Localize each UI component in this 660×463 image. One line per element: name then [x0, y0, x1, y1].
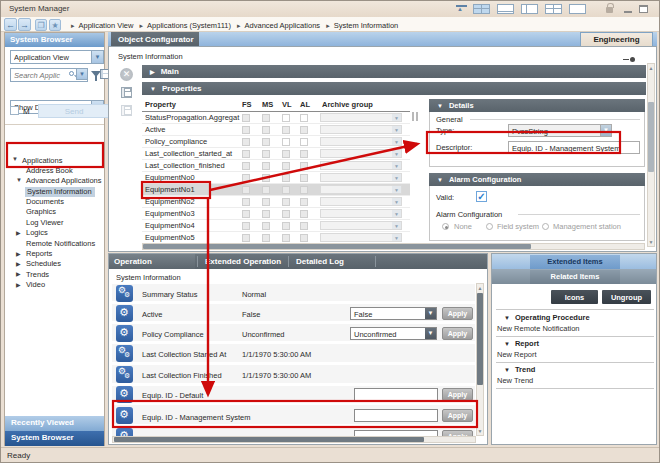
- collapse-arrow-icon[interactable]: ▼: [16, 177, 22, 183]
- vl-checkbox[interactable]: [282, 234, 290, 242]
- maximize-button[interactable]: [639, 5, 648, 13]
- apply-button[interactable]: Apply: [442, 327, 473, 340]
- property-row[interactable]: Last_collection_started_at ▼: [142, 148, 410, 160]
- ms-checkbox[interactable]: [262, 234, 270, 242]
- layout-single-icon[interactable]: [569, 4, 586, 14]
- vl-checkbox[interactable]: [282, 198, 290, 206]
- tree-item-logics[interactable]: ▶ Logics: [5, 228, 104, 238]
- view-mode-dropdown[interactable]: Application View ▼: [10, 50, 104, 64]
- recently-viewed-bar[interactable]: Recently Viewed: [5, 416, 104, 431]
- fs-checkbox[interactable]: [242, 222, 250, 230]
- expand-arrow-icon[interactable]: ▶: [16, 250, 21, 257]
- property-row[interactable]: EquipmentNo4 ▼: [142, 220, 410, 232]
- tab-extended-operation[interactable]: Extended Operation: [200, 254, 286, 269]
- archive-group-dropdown[interactable]: ▼: [320, 209, 402, 218]
- configurator-vscrollbar[interactable]: ▲ ▼: [647, 63, 655, 247]
- apply-button[interactable]: Apply: [442, 307, 473, 320]
- splitter-handle[interactable]: [416, 112, 418, 121]
- ms-checkbox[interactable]: [262, 174, 270, 182]
- details-header[interactable]: ▼Details: [429, 99, 645, 112]
- al-checkbox[interactable]: [300, 126, 308, 134]
- related-item[interactable]: New Trend: [496, 374, 654, 386]
- icons-button[interactable]: Icons: [551, 290, 598, 304]
- operation-vscrollbar[interactable]: ▲ ▼: [476, 283, 484, 436]
- tree-item-schedules[interactable]: ▶ Schedules: [5, 259, 104, 269]
- ms-checkbox[interactable]: [262, 162, 270, 170]
- al-checkbox[interactable]: [300, 150, 308, 158]
- fs-checkbox[interactable]: [242, 114, 250, 122]
- vl-checkbox[interactable]: [282, 150, 290, 158]
- policy-compliance-dropdown[interactable]: Unconfirmed▼: [350, 327, 437, 340]
- fs-checkbox[interactable]: [242, 162, 250, 170]
- radio-field-system[interactable]: [486, 223, 493, 230]
- property-row[interactable]: Last_collection_finished ▼: [142, 160, 410, 172]
- property-row[interactable]: StatusPropagation.Aggregat ▼: [142, 112, 410, 124]
- descriptor-input[interactable]: Equip. ID - Management System: [508, 141, 640, 154]
- ms-checkbox[interactable]: [262, 198, 270, 206]
- scroll-down-icon[interactable]: ▼: [648, 239, 654, 245]
- tree-item-video[interactable]: ▶ Video: [5, 280, 104, 290]
- al-checkbox[interactable]: [300, 174, 308, 182]
- favorites-button[interactable]: ★: [49, 19, 61, 31]
- property-row[interactable]: EquipmentNo3 ▼: [142, 208, 410, 220]
- fs-checkbox[interactable]: [242, 234, 250, 242]
- archive-group-dropdown[interactable]: ▼: [320, 161, 402, 170]
- property-row[interactable]: Policy_compliance ▼: [142, 136, 410, 148]
- vl-checkbox[interactable]: [282, 138, 290, 146]
- tree-item-graphics[interactable]: Graphics: [5, 207, 104, 217]
- ms-checkbox[interactable]: [262, 210, 270, 218]
- scroll-up-icon[interactable]: ▲: [477, 285, 483, 291]
- al-checkbox[interactable]: [300, 234, 308, 242]
- scroll-thumb[interactable]: [648, 102, 654, 172]
- cancel-icon[interactable]: ✕: [120, 68, 133, 81]
- save-icon[interactable]: [121, 87, 132, 98]
- scroll-thumb[interactable]: [143, 244, 531, 249]
- fs-checkbox[interactable]: [242, 174, 250, 182]
- vl-checkbox[interactable]: [282, 114, 290, 122]
- vl-checkbox[interactable]: [282, 222, 290, 230]
- property-row[interactable]: EquipmentNo2 ▼: [142, 196, 410, 208]
- radio-management-station[interactable]: [542, 223, 549, 230]
- apply-button[interactable]: Apply: [442, 388, 473, 401]
- expand-arrow-icon[interactable]: ▶: [16, 281, 21, 288]
- ms-checkbox[interactable]: [262, 138, 270, 146]
- group-header[interactable]: ▼Operating Procedure: [496, 313, 654, 322]
- valid-checkbox[interactable]: ✓: [476, 191, 487, 202]
- archive-group-dropdown[interactable]: ▼: [320, 173, 402, 182]
- property-row-selected[interactable]: EquipmentNo1 ▼: [142, 184, 410, 196]
- search-dropdown-arrow-icon[interactable]: ▼: [76, 68, 88, 80]
- archive-group-dropdown[interactable]: ▼: [320, 185, 402, 194]
- tab-related-items[interactable]: Related Items: [530, 270, 620, 284]
- ungroup-button[interactable]: Ungroup: [602, 290, 651, 304]
- expand-arrow-icon[interactable]: ▶: [16, 270, 21, 277]
- related-item[interactable]: New Report: [496, 348, 654, 360]
- al-checkbox[interactable]: [300, 222, 308, 230]
- type-dropdown[interactable]: PvssString ▼: [508, 124, 612, 137]
- property-row[interactable]: Active ▼: [142, 124, 410, 136]
- archive-group-dropdown[interactable]: ▼: [320, 233, 402, 242]
- group-header[interactable]: ▼Trend: [496, 365, 654, 374]
- alarm-configuration-header[interactable]: ▼Alarm Configuration: [429, 173, 645, 186]
- vl-checkbox[interactable]: [282, 126, 290, 134]
- layout-split-bottom-icon[interactable]: [497, 4, 514, 14]
- vl-checkbox[interactable]: [282, 174, 290, 182]
- tree-item-system-information[interactable]: System Information: [5, 186, 104, 196]
- ms-checkbox[interactable]: [262, 114, 270, 122]
- tab-operation[interactable]: Operation: [109, 254, 195, 269]
- tree-item-advanced-applications[interactable]: ▼ Advanced Applications: [5, 176, 104, 186]
- equip-id-mgmt-input[interactable]: [354, 409, 438, 422]
- archive-group-dropdown[interactable]: ▼: [320, 149, 402, 158]
- vl-checkbox[interactable]: [282, 210, 290, 218]
- tab-extended-items[interactable]: Extended Items: [530, 255, 620, 269]
- ms-checkbox[interactable]: [262, 186, 270, 194]
- tree-item-reports[interactable]: ▶ Reports: [5, 249, 104, 259]
- scroll-thumb[interactable]: [477, 293, 483, 385]
- save-all-icon[interactable]: [121, 105, 132, 116]
- al-checkbox[interactable]: [300, 114, 308, 122]
- operation-hscrollbar[interactable]: [112, 436, 476, 443]
- expand-arrow-icon[interactable]: ▶: [16, 260, 21, 267]
- breadcrumb-item[interactable]: Applications (System111): [147, 21, 231, 30]
- dock-collapse-icon[interactable]: [456, 5, 467, 13]
- tree-item-log-viewer[interactable]: Log Viewer: [5, 217, 104, 227]
- radio-none[interactable]: [442, 223, 449, 230]
